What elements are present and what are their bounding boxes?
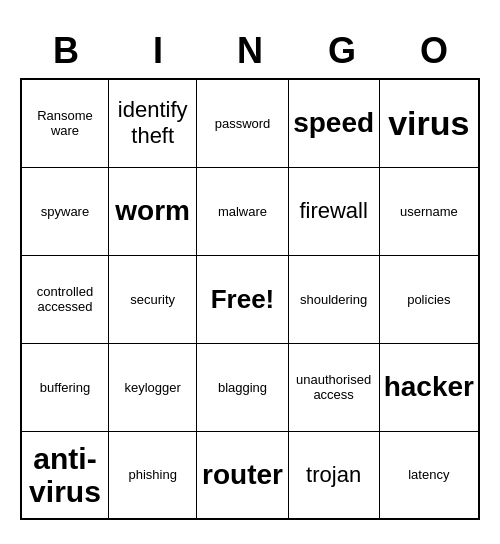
bingo-grid: Ransome wareidentify theftpasswordspeedv… — [20, 78, 480, 520]
cell-r1-c2: malware — [197, 167, 288, 255]
cell-r3-c1: keylogger — [108, 343, 196, 431]
header-o: O — [388, 24, 480, 78]
cell-r4-c0: anti-virus — [21, 431, 108, 519]
cell-r4-c1: phishing — [108, 431, 196, 519]
header-i: I — [112, 24, 204, 78]
bingo-card: B I N G O Ransome wareidentify theftpass… — [20, 24, 480, 520]
cell-r3-c4: hacker — [379, 343, 479, 431]
cell-r1-c4: username — [379, 167, 479, 255]
cell-r0-c4: virus — [379, 79, 479, 167]
cell-r2-c4: policies — [379, 255, 479, 343]
cell-r2-c1: security — [108, 255, 196, 343]
cell-r0-c1: identify theft — [108, 79, 196, 167]
cell-r2-c0: controlled accessed — [21, 255, 108, 343]
cell-r4-c2: router — [197, 431, 288, 519]
cell-r1-c1: worm — [108, 167, 196, 255]
cell-r4-c3: trojan — [288, 431, 379, 519]
cell-r2-c3: shouldering — [288, 255, 379, 343]
cell-r3-c3: unauthorised access — [288, 343, 379, 431]
cell-r1-c0: spyware — [21, 167, 108, 255]
cell-r0-c0: Ransome ware — [21, 79, 108, 167]
header-b: B — [20, 24, 112, 78]
cell-r4-c4: latency — [379, 431, 479, 519]
cell-r3-c2: blagging — [197, 343, 288, 431]
cell-r2-c2: Free! — [197, 255, 288, 343]
cell-r0-c2: password — [197, 79, 288, 167]
cell-r1-c3: firewall — [288, 167, 379, 255]
bingo-header: B I N G O — [20, 24, 480, 78]
cell-r0-c3: speed — [288, 79, 379, 167]
header-g: G — [296, 24, 388, 78]
cell-r3-c0: buffering — [21, 343, 108, 431]
header-n: N — [204, 24, 296, 78]
